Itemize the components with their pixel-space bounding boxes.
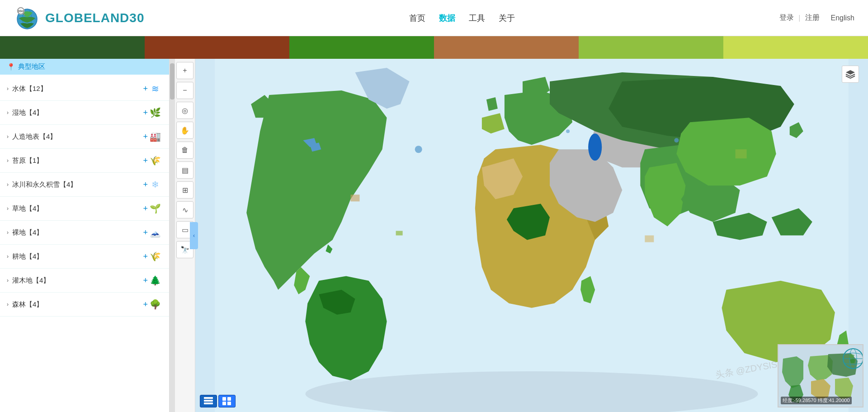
- pan-button[interactable]: ✋: [176, 122, 193, 139]
- list-view-button[interactable]: [200, 395, 217, 407]
- layer-chevron-0: ›: [7, 85, 9, 92]
- layer-item-1[interactable]: ›湿地【4】+🌿: [0, 101, 169, 125]
- layer-name-6: 裸地【4】: [12, 228, 141, 237]
- svg-rect-15: [736, 149, 747, 158]
- layer-chevron-5: ›: [7, 205, 9, 212]
- nav-tools[interactable]: 工具: [469, 13, 485, 24]
- layer-chevron-3: ›: [7, 157, 9, 164]
- main-content: 📍 典型地区 ›水体【12】+≋›湿地【4】+🌿›人造地表【4】+🏭›苔原【1】…: [0, 59, 868, 412]
- layer-icon-7: 🌾: [148, 249, 162, 264]
- layer-item-2[interactable]: ›人造地表【4】+🏭: [0, 125, 169, 149]
- layer-chevron-2: ›: [7, 133, 9, 140]
- layer-item-5[interactable]: ›草地【4】+🌱: [0, 197, 169, 221]
- svg-rect-28: [227, 402, 231, 405]
- table-button[interactable]: ▤: [176, 161, 193, 179]
- layer-add-5[interactable]: +: [143, 204, 148, 213]
- layer-item-0[interactable]: ›水体【12】+≋: [0, 77, 169, 101]
- typical-area-label: 典型地区: [18, 62, 45, 71]
- layer-name-7: 耕地【4】: [12, 252, 141, 261]
- auth-area: 登录 | 注册 English: [779, 13, 854, 23]
- layer-name-4: 冰川和永久积雪【4】: [12, 180, 141, 189]
- map-layers-button[interactable]: [842, 66, 859, 83]
- svg-rect-16: [645, 236, 654, 242]
- layer-item-8[interactable]: ›灌木地【4】+🌲: [0, 269, 169, 293]
- language-button[interactable]: English: [831, 14, 854, 22]
- layer-add-8[interactable]: +: [143, 276, 148, 285]
- nav-data[interactable]: 数据: [439, 13, 455, 24]
- layer-name-3: 苔原【1】: [12, 156, 141, 165]
- layer-chevron-1: ›: [7, 109, 9, 116]
- svg-marker-17: [846, 70, 855, 75]
- layer-add-4[interactable]: +: [143, 180, 148, 189]
- layer-icon-0: ≋: [148, 81, 162, 96]
- layer-icon-2: 🏭: [148, 129, 162, 144]
- svg-rect-25: [222, 397, 226, 401]
- layer-name-2: 人造地表【4】: [12, 133, 141, 141]
- layer-icon-5: 🌱: [148, 201, 162, 216]
- sidebar-collapse-button[interactable]: ‹: [190, 222, 198, 249]
- delete-button[interactable]: 🗑: [176, 142, 193, 159]
- layer-add-0[interactable]: +: [143, 84, 148, 94]
- register-link[interactable]: 注册: [805, 13, 820, 23]
- color-swatch-5: [723, 36, 868, 59]
- nav-home[interactable]: 首页: [409, 13, 425, 24]
- scroll-thumb[interactable]: [170, 63, 175, 99]
- color-swatch-0: [0, 36, 145, 59]
- sidebar-scrollbar[interactable]: [170, 59, 175, 412]
- minimap: 经度:-59.28570 纬度:41.20000: [778, 344, 863, 407]
- logo-icon: 30m: [14, 5, 41, 32]
- map-area[interactable]: 经度:-59.28570 纬度:41.20000: [195, 59, 868, 412]
- layer-add-3[interactable]: +: [143, 156, 148, 166]
- logo-text: GLOBELAND30: [45, 11, 144, 25]
- login-link[interactable]: 登录: [779, 13, 794, 23]
- layer-icon-6: 🗻: [148, 225, 162, 240]
- layer-item-9[interactable]: ›森林【4】+🌳: [0, 293, 169, 317]
- layer-icon-3: 🌾: [148, 153, 162, 168]
- svg-rect-22: [204, 397, 213, 399]
- logo-area: 30m GLOBELAND30: [14, 5, 144, 32]
- layer-add-2[interactable]: +: [143, 132, 148, 142]
- svg-rect-26: [227, 397, 231, 401]
- svg-point-11: [674, 138, 679, 142]
- layer-name-5: 草地【4】: [12, 204, 141, 213]
- layer-chevron-7: ›: [7, 253, 9, 260]
- layer-chevron-6: ›: [7, 229, 9, 236]
- layer-name-0: 水体【12】: [12, 85, 141, 93]
- layer-add-1[interactable]: +: [143, 108, 148, 118]
- color-swatch-4: [579, 36, 723, 59]
- zoom-out-button[interactable]: −: [176, 82, 193, 99]
- layer-name-9: 森林【4】: [12, 300, 141, 309]
- layer-chevron-9: ›: [7, 301, 9, 308]
- svg-rect-23: [204, 400, 213, 402]
- layer-item-3[interactable]: ›苔原【1】+🌾: [0, 149, 169, 173]
- color-swatch-3: [434, 36, 579, 59]
- layer-item-7[interactable]: ›耕地【4】+🌾: [0, 245, 169, 269]
- layer-icon-9: 🌳: [148, 297, 162, 312]
- grid-button[interactable]: ⊞: [176, 181, 193, 199]
- layer-add-6[interactable]: +: [143, 228, 148, 237]
- layer-list: ›水体【12】+≋›湿地【4】+🌿›人造地表【4】+🏭›苔原【1】+🌾›冰川和永…: [0, 75, 169, 412]
- layer-item-6[interactable]: ›裸地【4】+🗻: [0, 221, 169, 245]
- layer-icon-4: ❄: [148, 177, 162, 192]
- svg-rect-27: [222, 402, 226, 405]
- svg-point-12: [566, 129, 570, 133]
- wave-button[interactable]: ∿: [176, 201, 193, 218]
- layer-add-9[interactable]: +: [143, 300, 148, 309]
- layer-icon-8: 🌲: [148, 273, 162, 288]
- svg-rect-14: [396, 231, 403, 235]
- layer-add-7[interactable]: +: [143, 252, 148, 261]
- layer-item-4[interactable]: ›冰川和永久积雪【4】+❄: [0, 173, 169, 197]
- typical-area-icon: 📍: [7, 63, 15, 71]
- zoom-in-button[interactable]: +: [176, 62, 193, 79]
- minimap-coords: 经度:-59.28570 纬度:41.20000: [781, 397, 852, 404]
- locate-button[interactable]: ◎: [176, 102, 193, 119]
- layer-name-1: 湿地【4】: [12, 109, 141, 117]
- typical-area[interactable]: 📍 典型地区: [0, 59, 169, 75]
- nav-about[interactable]: 关于: [499, 13, 515, 24]
- layer-name-8: 灌木地【4】: [12, 276, 141, 285]
- layer-chevron-4: ›: [7, 181, 9, 188]
- grid-view-button[interactable]: [218, 395, 236, 407]
- color-swatch-1: [145, 36, 289, 59]
- auth-divider: |: [798, 14, 800, 22]
- layer-chevron-8: ›: [7, 277, 9, 284]
